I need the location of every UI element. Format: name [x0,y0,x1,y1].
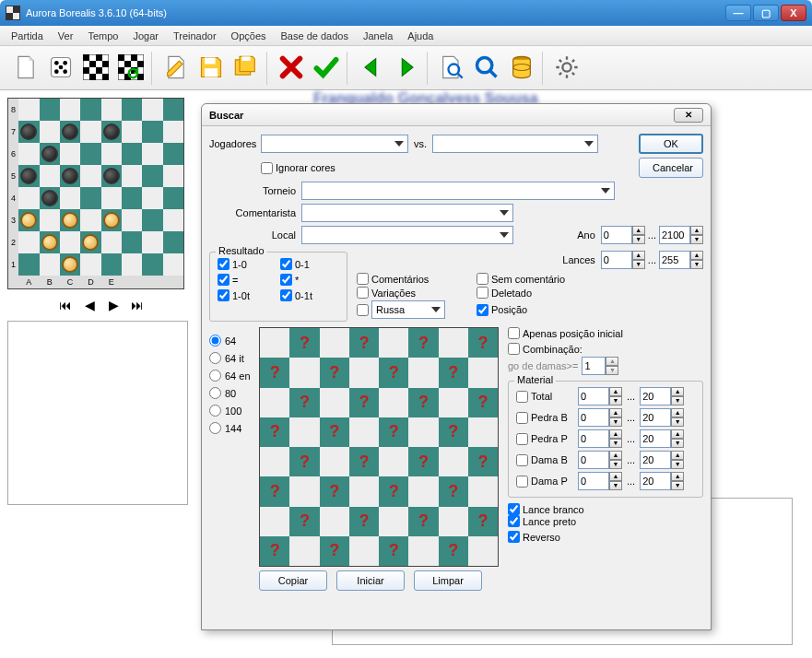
boardsize-64-radio[interactable]: 64 [209,335,255,347]
svg-rect-18 [124,61,131,67]
save-button[interactable] [194,52,228,85]
comentarios-checkbox[interactable]: Comentários [357,273,467,285]
resultado--checkbox[interactable]: = [218,274,277,286]
svg-rect-12 [96,67,102,74]
posicao-checkbox[interactable]: Posição [477,300,587,319]
iniciar-button[interactable]: Iniciar [336,570,405,591]
jogo-damas-spinner[interactable]: ▲▼ [582,357,618,375]
nav-next-button[interactable] [390,52,423,85]
nav-prev-button[interactable]: ◀ [81,297,98,313]
cancelar-button[interactable]: Cancelar [639,158,703,178]
variacoes-checkbox[interactable]: Variações [357,287,467,299]
lance-preto-checkbox[interactable]: Lance preto [508,515,703,527]
boardsize-64en-radio[interactable]: 64 en [209,370,255,382]
menu-ajuda[interactable]: Ajuda [400,29,441,43]
database-button[interactable] [505,52,538,85]
dice-button[interactable] [44,52,77,85]
boardsize-100-radio[interactable]: 100 [209,405,255,417]
menu-base de dados[interactable]: Base de dados [274,29,356,43]
delete-button[interactable] [275,52,308,85]
board-refresh-button[interactable] [114,52,147,85]
menu-partida[interactable]: Partida [4,29,51,43]
nav-first-button[interactable]: ⏮ [57,297,74,313]
local-label: Local [209,229,301,241]
board-pattern-icon [83,54,109,82]
menu-opções[interactable]: Opções [224,29,274,43]
material-total-checkbox[interactable]: Total [516,391,575,403]
boardsize-144-radio[interactable]: 144 [209,422,255,434]
svg-rect-10 [102,61,109,67]
resultado--checkbox[interactable]: * [280,274,339,286]
save-copy-button[interactable] [229,52,263,85]
svg-point-5 [59,65,64,69]
material-damab-checkbox[interactable]: Dama B [516,454,575,466]
accept-button[interactable] [310,52,343,85]
zoom-doc-button[interactable] [435,52,468,85]
lance-branco-checkbox[interactable]: Lance branco [508,503,703,515]
resultado-01t-checkbox[interactable]: 0-1t [280,289,339,301]
limpar-button[interactable]: Limpar [414,570,482,591]
game-board[interactable]: 87654321ABCDE [7,98,195,289]
ignorar-cores-checkbox[interactable]: Ignorar cores [261,162,335,174]
board-pattern-button[interactable] [79,52,112,85]
nav-prev-button[interactable] [355,52,388,85]
new-doc-button[interactable] [9,52,42,85]
deletado-checkbox[interactable]: Deletado [477,287,587,299]
lances-to-spinner[interactable]: ▲▼ [659,251,703,269]
local-combo[interactable] [301,226,513,244]
player1-combo[interactable] [261,135,408,153]
save-copy-icon [233,54,259,82]
material-damap-checkbox[interactable]: Dama P [516,476,575,488]
notes-pane[interactable] [7,321,188,505]
menu-jogar[interactable]: Jogar [125,29,166,43]
comentarista-combo[interactable] [301,204,513,222]
resultado-10-checkbox[interactable]: 1-0 [218,258,277,270]
left-pane: 87654321ABCDE ⏮ ◀ ▶ ⏭ [0,90,203,658]
boardsize-80-radio[interactable]: 80 [209,387,255,399]
position-board[interactable]: ???????????????????????????????? [259,327,499,567]
reverso-checkbox[interactable]: Reverso [508,531,703,543]
resultado-10t-checkbox[interactable]: 1-0t [218,289,277,301]
gametype-combo[interactable]: Russa [371,300,445,319]
apenas-posicao-checkbox[interactable]: Apenas posição inicial [508,327,703,339]
settings-button[interactable] [550,52,583,85]
combinacao-checkbox[interactable]: Combinação: [508,343,703,355]
torneio-combo[interactable] [301,182,615,200]
accept-icon [313,54,339,82]
menu-janela[interactable]: Janela [356,29,400,43]
ano-to-spinner[interactable]: ▲▼ [659,226,703,244]
resultado-01-checkbox[interactable]: 0-1 [280,258,339,270]
ano-label: Ano [560,229,601,241]
menu-treinador[interactable]: Treinador [166,29,224,43]
player2-combo[interactable] [432,135,598,153]
svg-point-4 [63,69,67,74]
close-button[interactable]: X [781,5,806,21]
zoom-button[interactable] [470,52,503,85]
dialog-close-button[interactable]: ✕ [674,108,703,123]
nav-next-button[interactable]: ▶ [105,297,122,313]
svg-rect-8 [96,54,102,61]
svg-rect-20 [118,67,124,74]
svg-point-3 [54,69,59,74]
nav-last-button[interactable]: ⏭ [129,297,146,313]
svg-rect-25 [205,68,218,76]
ok-button[interactable]: OK [639,134,703,154]
ano-from-spinner[interactable]: ▲▼ [601,226,645,244]
minimize-button[interactable]: — [725,5,751,21]
save-icon [198,54,224,82]
menu-ver[interactable]: Ver [51,29,81,43]
gametype-enable-checkbox[interactable] [357,304,369,316]
copiar-button[interactable]: Copiar [259,570,327,591]
material-pedrap-checkbox[interactable]: Pedra P [516,433,575,445]
boardsize-64it-radio[interactable]: 64 it [209,352,255,364]
menubar: PartidaVerTempoJogarTreinadorOpçõesBase … [0,26,812,46]
sem-comentario-checkbox[interactable]: Sem comentário [477,273,587,285]
maximize-button[interactable]: ▢ [753,5,779,21]
resultado-legend: Resultado [216,245,267,256]
svg-rect-24 [205,57,216,64]
lances-from-spinner[interactable]: ▲▼ [601,251,645,269]
material-pedrab-checkbox[interactable]: Pedra B [516,412,575,424]
menu-tempo[interactable]: Tempo [80,29,125,43]
svg-rect-16 [118,54,124,61]
edit-new-button[interactable] [159,52,193,85]
